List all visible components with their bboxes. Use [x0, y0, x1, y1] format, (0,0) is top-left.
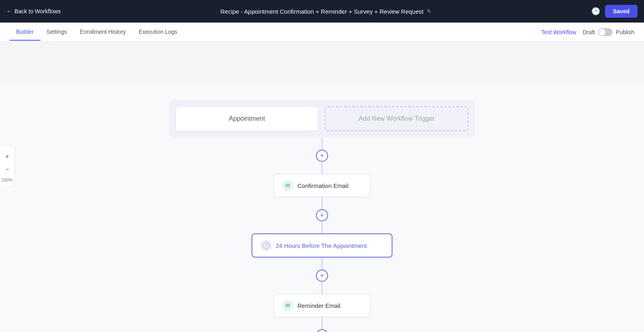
email-icon-1: ✉	[282, 180, 293, 191]
saved-button[interactable]: Saved	[605, 5, 638, 18]
publish-label: Publish	[616, 29, 634, 35]
connector-4: +	[316, 317, 328, 332]
nav-bar: Builder Settings Enrollment History Exec…	[0, 23, 644, 42]
header: ← Back to Workflows Recipe - Appointment…	[0, 0, 644, 23]
reminder-email-node[interactable]: ✉ Reminder Email	[274, 294, 370, 317]
test-workflow-button[interactable]: Test Workflow	[541, 29, 576, 35]
zoom-in-button[interactable]: +	[2, 151, 13, 162]
connector-3: +	[316, 258, 328, 294]
workflow-canvas: Appointment Add New Workflow Trigger + ✉…	[0, 84, 644, 332]
add-trigger-box[interactable]: Add New Workflow Trigger	[325, 106, 469, 131]
zoom-controls: + − 100%	[0, 147, 15, 186]
add-step-button-3[interactable]: +	[316, 270, 328, 282]
line-1	[322, 138, 322, 150]
workflow-title: Recipe - Appointment Confirmation + Remi…	[67, 8, 585, 15]
header-right: 🕐 Saved	[591, 5, 638, 18]
timer-label: 24 Hours Before The Appointment	[276, 242, 367, 249]
line-2b	[322, 221, 322, 233]
appointment-trigger[interactable]: Appointment	[175, 106, 318, 131]
trigger-label: Appointment	[229, 115, 265, 122]
draft-label: Draft	[583, 29, 595, 35]
zoom-level: 100%	[2, 177, 13, 182]
nav-right-controls: Test Workflow Draft Publish	[541, 28, 634, 36]
tab-builder[interactable]: Builder	[10, 24, 40, 41]
tab-execution-logs[interactable]: Execution Logs	[132, 24, 184, 41]
trigger-row: Appointment Add New Workflow Trigger	[169, 100, 475, 138]
line-1b	[322, 162, 322, 174]
line-3b	[322, 282, 322, 294]
toggle-knob	[599, 29, 605, 35]
reminder-email-label: Reminder Email	[297, 302, 341, 309]
email-icon-2: ✉	[282, 300, 293, 311]
add-step-button-1[interactable]: +	[316, 150, 328, 162]
confirmation-email-node[interactable]: ✉ Confirmation Email	[274, 174, 370, 197]
draft-toggle-group: Draft Publish	[583, 28, 634, 36]
add-trigger-label: Add New Workflow Trigger	[359, 115, 435, 122]
zoom-out-button[interactable]: −	[2, 164, 13, 175]
history-icon[interactable]: 🕐	[591, 7, 600, 16]
line-4a	[322, 317, 322, 329]
back-to-workflows-button[interactable]: ← Back to Workflows	[6, 8, 61, 14]
connector-2: +	[316, 197, 328, 233]
line-2a	[322, 197, 322, 209]
tab-enrollment-history[interactable]: Enrollment History	[73, 24, 132, 41]
edit-title-icon[interactable]: ✎	[427, 8, 431, 14]
add-step-button-2[interactable]: +	[316, 209, 328, 221]
confirmation-email-label: Confirmation Email	[297, 182, 349, 189]
line-3a	[322, 258, 322, 270]
timer-icon: 🕐	[260, 240, 272, 251]
tab-settings[interactable]: Settings	[40, 24, 74, 41]
draft-publish-toggle[interactable]	[598, 28, 613, 36]
nav-tabs: Builder Settings Enrollment History Exec…	[10, 24, 184, 41]
back-arrow-icon: ←	[6, 8, 12, 14]
workflow-flow: Appointment Add New Workflow Trigger + ✉…	[141, 84, 503, 332]
connector-1: +	[316, 138, 328, 174]
timer-node[interactable]: 🕐 24 Hours Before The Appointment	[252, 233, 392, 258]
add-step-button-4[interactable]: +	[316, 329, 328, 332]
